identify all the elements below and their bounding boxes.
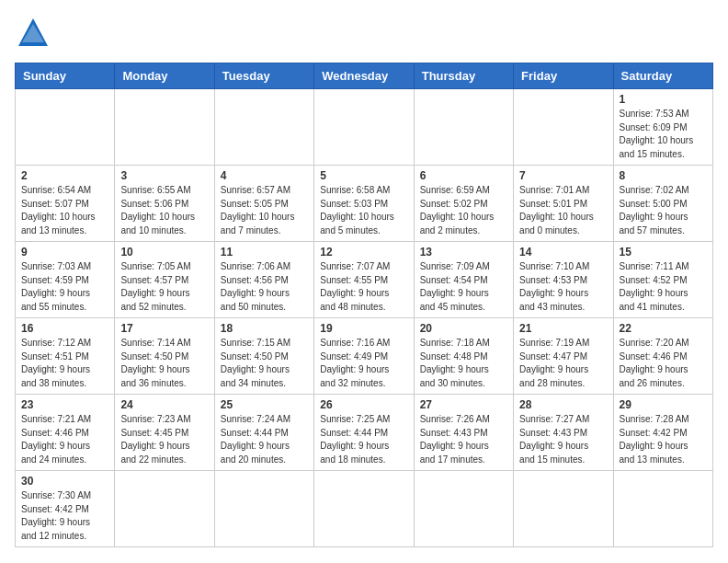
day-info: Sunrise: 7:10 AM Sunset: 4:53 PM Dayligh… xyxy=(519,260,607,314)
day-number: 9 xyxy=(21,246,108,259)
calendar-header-row: SundayMondayTuesdayWednesdayThursdayFrid… xyxy=(16,63,713,89)
calendar-header-saturday: Saturday xyxy=(613,63,712,89)
calendar-cell: 13Sunrise: 7:09 AM Sunset: 4:54 PM Dayli… xyxy=(414,242,513,318)
calendar-cell: 9Sunrise: 7:03 AM Sunset: 4:59 PM Daylig… xyxy=(16,242,115,318)
calendar-week-0: 1Sunrise: 7:53 AM Sunset: 6:09 PM Daylig… xyxy=(16,89,713,166)
calendar-cell: 12Sunrise: 7:07 AM Sunset: 4:55 PM Dayli… xyxy=(314,242,414,318)
day-number: 28 xyxy=(519,398,607,411)
calendar-cell: 1Sunrise: 7:53 AM Sunset: 6:09 PM Daylig… xyxy=(613,89,712,166)
calendar-header-tuesday: Tuesday xyxy=(214,63,313,89)
calendar-cell: 8Sunrise: 7:02 AM Sunset: 5:00 PM Daylig… xyxy=(613,166,712,242)
day-number: 25 xyxy=(221,398,308,411)
calendar-cell: 3Sunrise: 6:55 AM Sunset: 5:06 PM Daylig… xyxy=(115,166,214,242)
calendar-header-thursday: Thursday xyxy=(414,63,513,89)
calendar-table: SundayMondayTuesdayWednesdayThursdayFrid… xyxy=(15,63,713,547)
calendar-cell xyxy=(314,89,414,166)
calendar-cell xyxy=(214,89,313,166)
day-number: 5 xyxy=(320,169,407,182)
calendar-cell: 2Sunrise: 6:54 AM Sunset: 5:07 PM Daylig… xyxy=(16,166,115,242)
day-info: Sunrise: 7:07 AM Sunset: 4:55 PM Dayligh… xyxy=(320,260,407,314)
day-number: 2 xyxy=(21,169,108,182)
day-number: 7 xyxy=(519,169,607,182)
calendar-cell: 6Sunrise: 6:59 AM Sunset: 5:02 PM Daylig… xyxy=(414,166,513,242)
logo xyxy=(15,15,55,55)
calendar-week-3: 16Sunrise: 7:12 AM Sunset: 4:51 PM Dayli… xyxy=(16,318,713,395)
day-number: 16 xyxy=(21,322,108,335)
day-info: Sunrise: 6:57 AM Sunset: 5:05 PM Dayligh… xyxy=(221,184,308,237)
calendar-cell: 7Sunrise: 7:01 AM Sunset: 5:01 PM Daylig… xyxy=(514,166,613,242)
day-number: 4 xyxy=(221,169,308,182)
calendar-cell: 20Sunrise: 7:18 AM Sunset: 4:48 PM Dayli… xyxy=(414,318,513,395)
calendar-cell: 5Sunrise: 6:58 AM Sunset: 5:03 PM Daylig… xyxy=(314,166,414,242)
calendar-cell: 10Sunrise: 7:05 AM Sunset: 4:57 PM Dayli… xyxy=(115,242,214,318)
day-number: 30 xyxy=(21,475,108,488)
calendar-week-1: 2Sunrise: 6:54 AM Sunset: 5:07 PM Daylig… xyxy=(16,166,713,242)
day-info: Sunrise: 7:16 AM Sunset: 4:49 PM Dayligh… xyxy=(320,337,407,390)
day-number: 13 xyxy=(420,246,507,259)
calendar-cell: 21Sunrise: 7:19 AM Sunset: 4:47 PM Dayli… xyxy=(514,318,613,395)
calendar-cell xyxy=(613,471,712,547)
calendar-cell: 15Sunrise: 7:11 AM Sunset: 4:52 PM Dayli… xyxy=(613,242,712,318)
day-info: Sunrise: 7:30 AM Sunset: 4:42 PM Dayligh… xyxy=(21,489,108,543)
day-info: Sunrise: 7:01 AM Sunset: 5:01 PM Dayligh… xyxy=(519,184,607,237)
day-info: Sunrise: 7:26 AM Sunset: 4:43 PM Dayligh… xyxy=(420,413,507,466)
calendar-cell: 30Sunrise: 7:30 AM Sunset: 4:42 PM Dayli… xyxy=(16,471,115,547)
day-info: Sunrise: 7:53 AM Sunset: 6:09 PM Dayligh… xyxy=(620,108,707,161)
day-number: 29 xyxy=(620,398,707,411)
calendar-week-4: 23Sunrise: 7:21 AM Sunset: 4:46 PM Dayli… xyxy=(16,395,713,471)
calendar-cell xyxy=(514,471,613,547)
day-number: 27 xyxy=(420,398,507,411)
day-info: Sunrise: 7:03 AM Sunset: 4:59 PM Dayligh… xyxy=(21,260,108,314)
day-info: Sunrise: 7:15 AM Sunset: 4:50 PM Dayligh… xyxy=(221,337,308,390)
day-info: Sunrise: 7:02 AM Sunset: 5:00 PM Dayligh… xyxy=(620,184,707,237)
day-number: 20 xyxy=(420,322,507,335)
calendar-cell: 4Sunrise: 6:57 AM Sunset: 5:05 PM Daylig… xyxy=(214,166,313,242)
day-info: Sunrise: 7:09 AM Sunset: 4:54 PM Dayligh… xyxy=(420,260,507,314)
day-number: 11 xyxy=(221,246,308,259)
day-info: Sunrise: 6:58 AM Sunset: 5:03 PM Dayligh… xyxy=(320,184,407,237)
day-info: Sunrise: 7:20 AM Sunset: 4:46 PM Dayligh… xyxy=(620,337,707,390)
day-number: 18 xyxy=(221,322,308,335)
day-number: 6 xyxy=(420,169,507,182)
calendar-week-5: 30Sunrise: 7:30 AM Sunset: 4:42 PM Dayli… xyxy=(16,471,713,547)
calendar-cell: 26Sunrise: 7:25 AM Sunset: 4:44 PM Dayli… xyxy=(314,395,414,471)
day-info: Sunrise: 7:28 AM Sunset: 4:42 PM Dayligh… xyxy=(620,413,707,466)
calendar-cell: 24Sunrise: 7:23 AM Sunset: 4:45 PM Dayli… xyxy=(115,395,214,471)
day-info: Sunrise: 7:23 AM Sunset: 4:45 PM Dayligh… xyxy=(120,413,208,466)
calendar-cell xyxy=(314,471,414,547)
day-info: Sunrise: 7:12 AM Sunset: 4:51 PM Dayligh… xyxy=(21,337,108,390)
day-number: 19 xyxy=(320,322,407,335)
day-info: Sunrise: 7:21 AM Sunset: 4:46 PM Dayligh… xyxy=(21,413,108,466)
calendar-header-monday: Monday xyxy=(115,63,214,89)
calendar-cell: 18Sunrise: 7:15 AM Sunset: 4:50 PM Dayli… xyxy=(214,318,313,395)
calendar-cell: 16Sunrise: 7:12 AM Sunset: 4:51 PM Dayli… xyxy=(16,318,115,395)
logo-icon xyxy=(15,15,51,55)
calendar-cell: 25Sunrise: 7:24 AM Sunset: 4:44 PM Dayli… xyxy=(214,395,313,471)
calendar-cell: 23Sunrise: 7:21 AM Sunset: 4:46 PM Dayli… xyxy=(16,395,115,471)
day-info: Sunrise: 7:05 AM Sunset: 4:57 PM Dayligh… xyxy=(120,260,208,314)
day-info: Sunrise: 7:11 AM Sunset: 4:52 PM Dayligh… xyxy=(620,260,707,314)
calendar-header-wednesday: Wednesday xyxy=(314,63,414,89)
calendar-cell: 22Sunrise: 7:20 AM Sunset: 4:46 PM Dayli… xyxy=(613,318,712,395)
calendar-cell xyxy=(414,471,513,547)
day-number: 23 xyxy=(21,398,108,411)
calendar-header-sunday: Sunday xyxy=(16,63,115,89)
day-info: Sunrise: 6:59 AM Sunset: 5:02 PM Dayligh… xyxy=(420,184,507,237)
day-info: Sunrise: 7:14 AM Sunset: 4:50 PM Dayligh… xyxy=(120,337,208,390)
day-info: Sunrise: 7:25 AM Sunset: 4:44 PM Dayligh… xyxy=(320,413,407,466)
day-info: Sunrise: 7:18 AM Sunset: 4:48 PM Dayligh… xyxy=(420,337,507,390)
day-number: 22 xyxy=(620,322,707,335)
calendar-cell xyxy=(115,89,214,166)
calendar-cell: 17Sunrise: 7:14 AM Sunset: 4:50 PM Dayli… xyxy=(115,318,214,395)
day-number: 15 xyxy=(620,246,707,259)
calendar-cell xyxy=(414,89,513,166)
calendar-week-2: 9Sunrise: 7:03 AM Sunset: 4:59 PM Daylig… xyxy=(16,242,713,318)
day-info: Sunrise: 7:19 AM Sunset: 4:47 PM Dayligh… xyxy=(519,337,607,390)
calendar-cell: 28Sunrise: 7:27 AM Sunset: 4:43 PM Dayli… xyxy=(514,395,613,471)
day-number: 12 xyxy=(320,246,407,259)
day-number: 14 xyxy=(519,246,607,259)
calendar-cell xyxy=(514,89,613,166)
day-number: 17 xyxy=(120,322,208,335)
day-info: Sunrise: 7:27 AM Sunset: 4:43 PM Dayligh… xyxy=(519,413,607,466)
calendar-cell: 29Sunrise: 7:28 AM Sunset: 4:42 PM Dayli… xyxy=(613,395,712,471)
